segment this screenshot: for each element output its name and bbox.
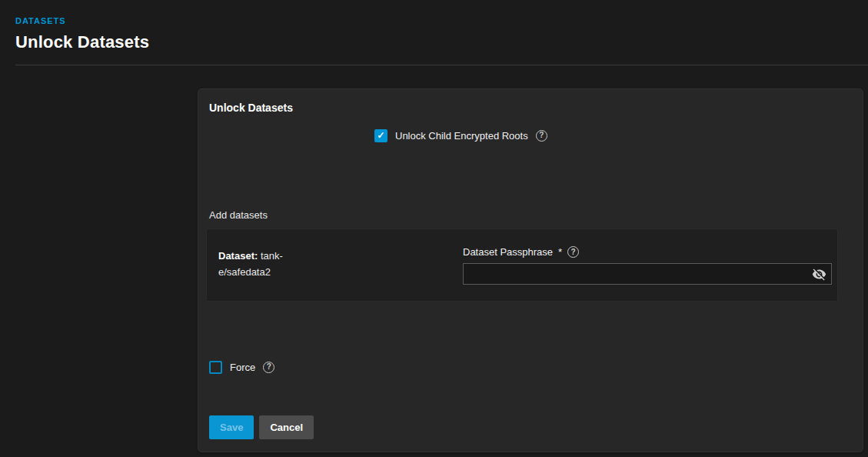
force-row: Force ? <box>209 360 274 374</box>
card-title: Unlock Datasets <box>209 102 293 114</box>
passphrase-input[interactable] <box>463 263 832 285</box>
help-icon[interactable]: ? <box>567 246 579 258</box>
page: DATASETS Unlock Datasets Unlock Datasets… <box>0 0 868 457</box>
header-divider <box>15 65 868 65</box>
passphrase-input-wrap <box>463 263 832 285</box>
visibility-off-icon[interactable] <box>811 266 826 282</box>
force-checkbox[interactable] <box>209 361 222 374</box>
cancel-button[interactable]: Cancel <box>259 415 314 439</box>
unlock-child-roots-label[interactable]: Unlock Child Encrypted Roots <box>395 130 528 142</box>
breadcrumb[interactable]: DATASETS <box>15 16 66 25</box>
save-button[interactable]: Save <box>209 415 254 439</box>
passphrase-label-row: Dataset Passphrase * ? <box>463 246 832 258</box>
unlock-datasets-card: Unlock Datasets ✓ Unlock Child Encrypted… <box>198 88 863 452</box>
dataset-name-label: Dataset: <box>218 250 258 262</box>
unlock-child-roots-checkbox[interactable]: ✓ <box>374 129 387 142</box>
passphrase-field: Dataset Passphrase * ? <box>463 246 832 285</box>
passphrase-label: Dataset Passphrase <box>463 246 553 258</box>
dataset-panel: Dataset: tank-e/safedata2 Dataset Passph… <box>206 228 838 302</box>
checkmark-icon: ✓ <box>377 131 384 140</box>
add-datasets-label: Add datasets <box>209 209 268 221</box>
button-row: Save Cancel <box>209 415 314 439</box>
help-icon[interactable]: ? <box>536 130 547 142</box>
dataset-info: Dataset: tank-e/safedata2 <box>218 248 303 280</box>
page-title: Unlock Datasets <box>15 32 149 52</box>
required-marker: * <box>558 246 562 258</box>
force-label[interactable]: Force <box>230 362 255 373</box>
unlock-child-roots-row: ✓ Unlock Child Encrypted Roots ? <box>374 128 547 142</box>
help-icon[interactable]: ? <box>263 362 274 373</box>
